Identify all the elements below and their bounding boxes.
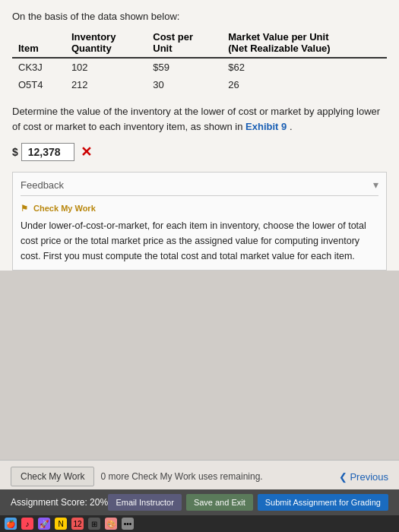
save-and-exit-button[interactable]: Save and Exit (186, 494, 253, 511)
score-a-prefix: A (11, 497, 17, 508)
score-text: Assignment Score: 20% (11, 497, 108, 508)
submit-assignment-button[interactable]: Submit Assignment for Grading (258, 494, 388, 511)
music-icon[interactable]: ♪ (21, 518, 33, 530)
incorrect-mark: ✕ (81, 144, 92, 160)
cell-cost-1: 30 (147, 76, 222, 93)
exhibit-link[interactable]: Exhibit 9 (245, 121, 287, 132)
feedback-header: Feedback ▾ (21, 179, 378, 196)
grid-icon[interactable]: ⊞ (88, 518, 100, 530)
col-unit-sub: Unit (147, 43, 222, 58)
col-qty-sub: Quantity (65, 43, 147, 58)
check-my-work-button[interactable]: Check My Work (11, 467, 94, 486)
data-table: Inventory Cost per Market Value per Unit… (12, 30, 387, 93)
launchpad-icon[interactable]: 🚀 (38, 518, 50, 530)
photo-icon[interactable]: 🎨 (105, 518, 117, 530)
col-item-header (12, 30, 65, 43)
table-header-row1: Inventory Cost per Market Value per Unit (12, 30, 387, 43)
previous-label: Previous (350, 471, 388, 483)
chevron-left-icon: ❮ (339, 471, 347, 483)
answer-box[interactable]: 12,378 (21, 143, 74, 161)
description-end: . (290, 121, 293, 132)
feedback-collapse-icon[interactable]: ▾ (373, 179, 378, 191)
cell-cost-0: $59 (147, 58, 222, 76)
table-row: O5T4 212 30 26 (12, 76, 387, 93)
calendar-date: 12 (73, 520, 81, 528)
table-header-row2: Item Quantity Unit (Net Realizable Value… (12, 43, 387, 58)
table-row: CK3J 102 $59 $62 (12, 58, 387, 76)
cell-market-0: $62 (222, 58, 387, 76)
finder-icon[interactable]: 🍎 (5, 518, 17, 530)
bottom-bar: Check My Work 0 more Check My Work uses … (0, 460, 399, 492)
more-icon[interactable]: ••• (122, 518, 134, 530)
col-inventory-header: Inventory (65, 30, 147, 43)
cell-market-1: 26 (222, 76, 387, 93)
cell-qty-0: 102 (65, 58, 147, 76)
main-content: On the basis of the data shown below: In… (0, 0, 399, 271)
email-instructor-button[interactable]: Email Instructor (108, 494, 181, 511)
dollar-sign: $ (12, 146, 18, 158)
col-nrv-sub: (Net Realizable Value) (222, 43, 387, 58)
intro-text: On the basis of the data shown below: (12, 11, 387, 22)
previous-button[interactable]: ❮ Previous (339, 471, 388, 483)
feedback-section: Feedback ▾ ⚑ Check My Work Under lower-o… (12, 172, 387, 271)
taskbar: 🍎 ♪ 🚀 N 12 ⊞ 🎨 ••• (0, 515, 399, 532)
footer-buttons: Email Instructor Save and Exit Submit As… (108, 494, 388, 511)
feedback-label: Feedback (21, 179, 64, 191)
col-cost-header: Cost per (147, 30, 222, 43)
cell-qty-1: 212 (65, 76, 147, 93)
notes-icon[interactable]: N (55, 518, 67, 530)
col-item-sub: Item (12, 43, 65, 58)
flag-icon: ⚑ (21, 204, 30, 213)
remaining-text: 0 more Check My Work uses remaining. (100, 471, 339, 482)
cell-item-0: CK3J (12, 58, 65, 76)
description-part1: Determine the value of the inventory at … (12, 106, 380, 132)
description-text: Determine the value of the inventory at … (12, 104, 387, 134)
cell-item-1: O5T4 (12, 76, 65, 93)
calendar-icon[interactable]: 12 (71, 518, 84, 530)
footer-bar: Assignment Score: 20% Email Instructor S… (0, 489, 399, 515)
col-market-header: Market Value per Unit (222, 30, 387, 43)
feedback-body: Under lower-of-cost-or-market, for each … (21, 218, 378, 264)
answer-row: $ 12,378 ✕ (12, 143, 387, 161)
check-my-work-title: ⚑ Check My Work (21, 202, 378, 214)
